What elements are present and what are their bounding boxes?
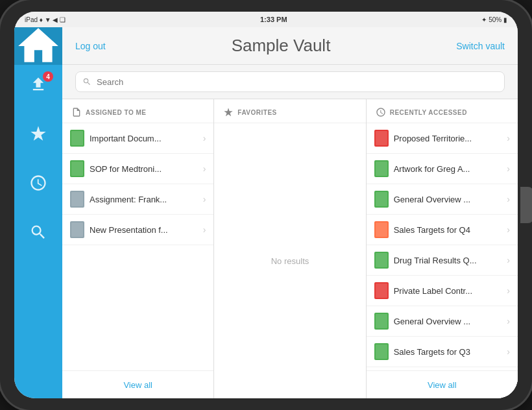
assigned-view-all-button[interactable]: View all (123, 380, 152, 390)
sidebar-item-home[interactable] (14, 27, 62, 65)
chevron-right-icon: › (507, 346, 510, 357)
recent-column: RECENTLY ACCESSED Proposed Territorie...… (367, 99, 518, 398)
list-item[interactable]: SOP for Medtroni... › (62, 154, 213, 184)
item-name: Private Label Contr... (394, 286, 502, 296)
recent-header-text: RECENTLY ACCESSED (390, 109, 467, 116)
item-name: SOP for Medtroni... (90, 164, 198, 174)
chevron-right-icon: › (203, 224, 206, 235)
list-item[interactable]: Artwork for Greg A... › (367, 154, 518, 184)
logout-button[interactable]: Log out (75, 41, 106, 51)
file-icon-red (374, 130, 389, 147)
status-device: iPad ♦ ▼ ◀ ❑ (25, 16, 66, 23)
no-results-message: No results (214, 123, 365, 398)
recent-header: RECENTLY ACCESSED (367, 99, 518, 123)
home-icon (14, 27, 62, 70)
chevron-right-icon: › (203, 194, 206, 204)
favorites-column: FAVORITES No results (214, 99, 366, 398)
chevron-right-icon: › (203, 163, 206, 174)
file-icon-green (70, 160, 84, 177)
chevron-right-icon: › (507, 316, 510, 326)
file-icon-green (374, 313, 389, 330)
assigned-column: ASSIGNED TO ME Important Docum... › SOP … (62, 99, 214, 398)
item-name: Sales Targets for Q4 (394, 225, 502, 235)
chevron-right-icon: › (507, 224, 510, 235)
chevron-right-icon: › (507, 133, 510, 143)
item-name: New Presentation f... (90, 225, 198, 235)
favorites-header-text: FAVORITES (237, 109, 276, 116)
list-item[interactable]: Sales Targets for Q4 › (367, 215, 518, 245)
search-icon (29, 223, 47, 241)
app-container: 4 (14, 27, 518, 398)
chevron-right-icon: › (203, 133, 206, 143)
chevron-right-icon: › (507, 255, 510, 265)
file-icon-green (374, 191, 389, 208)
chevron-right-icon: › (507, 163, 510, 174)
status-battery: ✦ 50% ▮ (481, 16, 507, 23)
clock-icon (29, 174, 47, 192)
assigned-view-all-container: View all (62, 370, 213, 398)
sidebar: 4 (14, 27, 62, 398)
chevron-right-icon: › (507, 285, 510, 296)
chevron-right-icon: › (507, 194, 510, 204)
file-icon-green (374, 343, 389, 360)
sidebar-item-favorites[interactable] (14, 114, 62, 153)
screen: iPad ♦ ▼ ◀ ❑ 1:33 PM ✦ 50% ▮ 4 (14, 12, 518, 398)
star-icon (29, 125, 47, 143)
list-item[interactable]: General Overview ... › (367, 306, 518, 337)
header: Log out Sample Vault Switch vault (62, 27, 518, 65)
switch-vault-button[interactable]: Switch vault (456, 41, 505, 51)
file-icon-orange (374, 221, 389, 238)
file-icon-gray (70, 191, 84, 208)
file-icon-green (70, 130, 84, 147)
item-name: Artwork for Greg A... (394, 164, 502, 174)
item-name: Drug Trial Results Q... (394, 256, 502, 265)
status-left: iPad ♦ ▼ ◀ ❑ (25, 16, 66, 23)
favorites-header: FAVORITES (214, 99, 365, 123)
sidebar-item-upload[interactable]: 4 (14, 65, 62, 104)
columns-container: ASSIGNED TO ME Important Docum... › SOP … (62, 99, 518, 398)
list-item[interactable]: Drug Trial Results Q... › (367, 245, 518, 276)
search-bar-icon (82, 77, 91, 86)
item-name: General Overview ... (394, 195, 502, 204)
item-name: Proposed Territorie... (394, 134, 502, 143)
list-item[interactable]: General Overview ... › (367, 184, 518, 215)
search-bar (75, 71, 505, 92)
file-icon-red (374, 282, 389, 299)
device-frame: iPad ♦ ▼ ◀ ❑ 1:33 PM ✦ 50% ▮ 4 (0, 0, 532, 410)
sidebar-item-recent[interactable] (14, 163, 62, 202)
status-time: 1:33 PM (260, 16, 287, 23)
item-name: General Overview ... (394, 317, 502, 326)
list-item[interactable]: Private Label Contr... › (367, 276, 518, 306)
recent-view-all-button[interactable]: View all (428, 380, 457, 390)
assigned-list: Important Docum... › SOP for Medtroni...… (62, 123, 213, 370)
sidebar-item-search[interactable] (14, 213, 62, 252)
status-bar: iPad ♦ ▼ ◀ ❑ 1:33 PM ✦ 50% ▮ (14, 12, 518, 27)
file-icon-green (374, 160, 389, 177)
assigned-header: ASSIGNED TO ME (62, 99, 213, 123)
app-title: Sample Vault (232, 36, 331, 56)
list-item[interactable]: Important Docum... › (62, 123, 213, 154)
assigned-icon (71, 107, 82, 117)
status-right: ✦ 50% ▮ (481, 16, 507, 23)
notification-badge: 4 (43, 71, 53, 82)
file-icon-green (374, 252, 389, 269)
item-name: Important Docum... (90, 134, 198, 143)
home-button[interactable] (520, 187, 532, 223)
item-name: Assignment: Frank... (90, 195, 198, 204)
list-item[interactable]: Sales Targets for Q3 › (367, 337, 518, 367)
main-area: Log out Sample Vault Switch vault (62, 27, 518, 398)
list-item[interactable]: Assignment: Frank... › (62, 184, 213, 215)
list-item[interactable]: Proposed Territorie... › (367, 123, 518, 154)
recent-view-all-container: View all (367, 370, 518, 398)
file-icon-gray (70, 221, 84, 238)
item-name: Sales Targets for Q3 (394, 347, 502, 357)
recent-list: Proposed Territorie... › Artwork for Gre… (367, 123, 518, 370)
clock-col-icon (376, 107, 386, 117)
search-bar-container (62, 65, 518, 99)
assigned-header-text: ASSIGNED TO ME (86, 109, 147, 116)
star-col-icon (223, 107, 234, 117)
list-item[interactable]: New Presentation f... › (62, 215, 213, 245)
search-input[interactable] (97, 77, 498, 87)
